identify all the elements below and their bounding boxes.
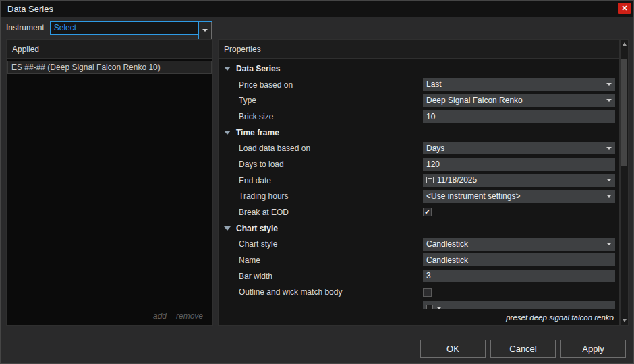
add-link[interactable]: add bbox=[153, 311, 167, 321]
property-label: Days to load bbox=[239, 160, 284, 169]
scrollbar-thumb[interactable] bbox=[621, 59, 627, 166]
vertical-scrollbar[interactable] bbox=[620, 39, 629, 326]
color-swatch-icon bbox=[426, 305, 433, 309]
close-button[interactable]: ✕ bbox=[618, 3, 631, 14]
property-label: Load data based on bbox=[239, 144, 310, 153]
price-based-on-select[interactable]: Last bbox=[423, 78, 615, 91]
instrument-dropdown-button[interactable] bbox=[198, 22, 212, 40]
chart-style-select[interactable]: Candlestick bbox=[423, 238, 615, 251]
clipped-property-row bbox=[219, 300, 619, 309]
load-data-based-on-select[interactable]: Days bbox=[423, 142, 615, 154]
property-row: End date 11/18/2025 bbox=[219, 173, 619, 189]
property-row: Load data based on Days bbox=[219, 140, 619, 156]
chevron-down-icon bbox=[606, 99, 612, 102]
bar-width-input[interactable] bbox=[423, 270, 615, 282]
collapse-icon bbox=[224, 226, 231, 231]
cancel-button[interactable]: Cancel bbox=[490, 340, 556, 358]
arrow-down-icon bbox=[623, 319, 627, 322]
property-label: Outline and wick match body bbox=[239, 287, 342, 297]
applied-panel: Applied ES ##-## (Deep Signal Falcon Ren… bbox=[6, 39, 213, 326]
collapse-icon bbox=[224, 67, 231, 71]
property-row: Days to load bbox=[219, 156, 619, 173]
ok-button[interactable]: OK bbox=[420, 340, 486, 358]
titlebar[interactable]: Data Series ✕ bbox=[1, 1, 633, 17]
instrument-row: Instrument Select bbox=[1, 17, 633, 38]
break-at-eod-checkbox[interactable]: ✔ bbox=[423, 208, 432, 216]
apply-button[interactable]: Apply bbox=[560, 340, 626, 358]
property-label: Chart style bbox=[239, 239, 277, 249]
date-value: 11/18/2025 bbox=[437, 175, 606, 185]
combo-value: Last bbox=[426, 80, 606, 89]
section-label: Time frame bbox=[236, 128, 279, 138]
chevron-down-icon bbox=[202, 29, 208, 32]
chevron-down-icon bbox=[606, 83, 612, 86]
list-actions: add remove bbox=[153, 311, 203, 321]
footer: OK Cancel Apply bbox=[420, 340, 626, 358]
property-row: Break at EOD ✔ bbox=[219, 204, 619, 220]
property-label: End date bbox=[239, 176, 271, 185]
data-series-dialog: Data Series ✕ Instrument Select Applied … bbox=[0, 0, 634, 364]
collapse-icon bbox=[224, 131, 231, 135]
calendar-icon bbox=[426, 177, 434, 183]
outline-wick-checkbox[interactable] bbox=[423, 288, 432, 297]
properties-body: Data Series Price based on Last Type Dee… bbox=[219, 59, 619, 309]
chevron-down-icon bbox=[606, 243, 612, 245]
preset-note: preset deep signal falcon renko bbox=[506, 313, 614, 322]
property-label: Brick size bbox=[239, 112, 273, 121]
property-row: Name bbox=[219, 252, 619, 268]
remove-link[interactable]: remove bbox=[176, 311, 203, 321]
combo-value: Deep Signal Falcon Renko bbox=[426, 96, 606, 105]
instrument-value: Select bbox=[51, 22, 198, 34]
section-label: Chart style bbox=[236, 224, 278, 233]
property-row: Price based on Last bbox=[219, 77, 619, 93]
section-chart-style[interactable]: Chart style bbox=[219, 220, 619, 237]
property-label: Name bbox=[239, 255, 260, 265]
window-title: Data Series bbox=[7, 4, 53, 14]
properties-panel: Properties Data Series Price based on La… bbox=[218, 39, 620, 326]
section-data-series[interactable]: Data Series bbox=[219, 61, 619, 77]
property-label: Trading hours bbox=[239, 191, 289, 201]
arrow-up-icon bbox=[623, 42, 627, 46]
combo-value: <Use instrument settings> bbox=[426, 191, 606, 201]
end-date-picker[interactable]: 11/18/2025 bbox=[423, 174, 615, 187]
instrument-label: Instrument bbox=[6, 23, 45, 32]
property-label: Bar width bbox=[239, 272, 272, 281]
name-input[interactable] bbox=[423, 253, 615, 266]
property-row: Outline and wick match body bbox=[219, 284, 619, 301]
instrument-select[interactable]: Select bbox=[50, 21, 212, 35]
brick-size-input[interactable] bbox=[423, 110, 615, 123]
chevron-down-icon bbox=[606, 195, 612, 198]
chevron-down-icon bbox=[436, 307, 442, 309]
days-to-load-input[interactable] bbox=[423, 158, 615, 171]
trading-hours-select[interactable]: <Use instrument settings> bbox=[423, 190, 615, 203]
type-select[interactable]: Deep Signal Falcon Renko bbox=[423, 94, 615, 107]
property-row: Chart style Candlestick bbox=[219, 237, 619, 253]
scrollbar-down-button[interactable] bbox=[621, 316, 628, 325]
footer-divider bbox=[1, 336, 633, 336]
section-label: Data Series bbox=[236, 64, 280, 73]
section-time-frame[interactable]: Time frame bbox=[219, 125, 619, 141]
close-icon: ✕ bbox=[621, 4, 627, 13]
scrollbar-up-button[interactable] bbox=[621, 40, 628, 49]
applied-list-item[interactable]: ES ##-## (Deep Signal Falcon Renko 10) bbox=[7, 61, 212, 74]
property-row: Brick size bbox=[219, 109, 619, 125]
property-row: Bar width bbox=[219, 268, 619, 284]
applied-header: Applied bbox=[7, 40, 212, 59]
properties-header: Properties bbox=[219, 40, 619, 59]
property-label: Break at EOD bbox=[239, 208, 289, 217]
combo-value: Days bbox=[426, 144, 606, 153]
chevron-down-icon bbox=[606, 147, 612, 150]
property-row: Type Deep Signal Falcon Renko bbox=[219, 92, 619, 109]
property-label: Type bbox=[239, 96, 256, 105]
combo-value: Candlestick bbox=[426, 239, 606, 249]
color-select[interactable] bbox=[423, 301, 615, 309]
property-row: Trading hours <Use instrument settings> bbox=[219, 189, 619, 205]
chevron-down-icon bbox=[606, 179, 612, 181]
property-label: Price based on bbox=[239, 80, 293, 90]
